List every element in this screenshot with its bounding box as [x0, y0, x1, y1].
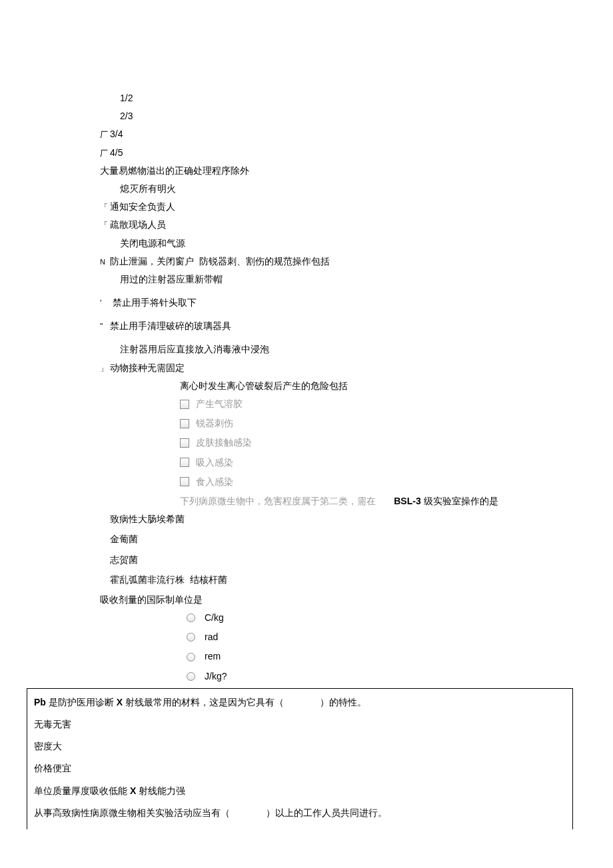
q1-option-4: 厂4/5: [100, 145, 600, 161]
q1-option-3: 厂3/4: [100, 126, 600, 143]
q5-option-2: 金葡菌: [100, 531, 600, 548]
checkbox-icon[interactable]: [180, 458, 189, 467]
q6-option-2[interactable]: rad: [187, 629, 600, 646]
q7-option-4: 单位质量厚度吸收低能 X 射线能力强: [33, 783, 567, 799]
q3-option-2: ' 禁止用手将针头取下: [100, 294, 600, 311]
q2-stem: 大量易燃物溢出的正确处理程序除外: [100, 163, 600, 179]
q3-option-3: "禁止用手清理破碎的玻璃器具: [100, 318, 600, 334]
q1-option-2: 2/3: [100, 108, 600, 125]
q2-option-1: 熄灭所有明火: [100, 181, 600, 197]
radio-icon[interactable]: [187, 672, 195, 681]
q7-option-2: 密度大: [33, 738, 567, 755]
q4-option-2[interactable]: 锐器刺伤: [180, 415, 600, 432]
q6-option-4[interactable]: J/kg?: [187, 668, 600, 685]
q2-option-5-q3-stem: N防止泄漏，关闭窗户 防锐器刺、割伤的规范操作包括: [100, 253, 600, 270]
q8-stem: 从事高致病性病原微生物相关实验活动应当有（ ）以上的工作人员共同进行。: [33, 805, 567, 821]
checkbox-icon[interactable]: [180, 419, 189, 428]
q4-option-5[interactable]: 食入感染: [180, 474, 600, 490]
radio-icon[interactable]: [187, 653, 195, 661]
checkbox-icon[interactable]: [180, 438, 189, 448]
q3-option-5: 」动物接种无需固定: [100, 360, 600, 376]
q6-option-1[interactable]: C/kg: [187, 610, 600, 626]
q5-option-4-5: 霍乱弧菌非流行株 结核杆菌: [100, 572, 600, 588]
q3-option-1: 用过的注射器应重新带帽: [100, 271, 600, 288]
boxed-section: Pb 是防护医用诊断 X 射线最常用的材料，这是因为它具有（ ）的特性。 无毒无…: [27, 688, 573, 829]
q5-option-3: 志贺菌: [100, 552, 600, 568]
q3-option-4: 注射器用后应直接放入消毒液中浸泡: [100, 341, 600, 358]
q7-option-1: 无毒无害: [33, 716, 567, 733]
q2-option-2: 「通知安全负责人: [100, 199, 600, 215]
q7-stem: Pb 是防护医用诊断 X 射线最常用的材料，这是因为它具有（ ）的特性。: [33, 694, 567, 711]
q2-option-4: 关闭电源和气源: [100, 235, 600, 252]
q7-option-3: 价格便宜: [33, 760, 567, 777]
q5-stem: 下列病原微生物中，危害程度属于第二类，需在 BSL-3 级实验室操作的是: [100, 493, 600, 510]
q5-option-1: 致病性大肠埃希菌: [100, 511, 600, 528]
q4-stem: 离心时发生离心管破裂后产生的危险包括: [100, 378, 600, 394]
q2-option-3: 「疏散现场人员: [100, 217, 600, 233]
checkbox-icon[interactable]: [180, 400, 189, 409]
checkbox-icon[interactable]: [180, 477, 189, 486]
q4-option-1[interactable]: 产生气溶胶: [180, 396, 600, 412]
q6-option-3[interactable]: rem: [187, 648, 600, 665]
q4-option-3[interactable]: 皮肤接触感染: [180, 434, 600, 451]
radio-icon[interactable]: [187, 633, 195, 642]
q1-option-1: 1/2: [100, 90, 600, 107]
q6-stem: 吸收剂量的国际制单位是: [100, 592, 600, 608]
radio-icon[interactable]: [187, 614, 195, 622]
q4-option-4[interactable]: 吸入感染: [180, 454, 600, 471]
